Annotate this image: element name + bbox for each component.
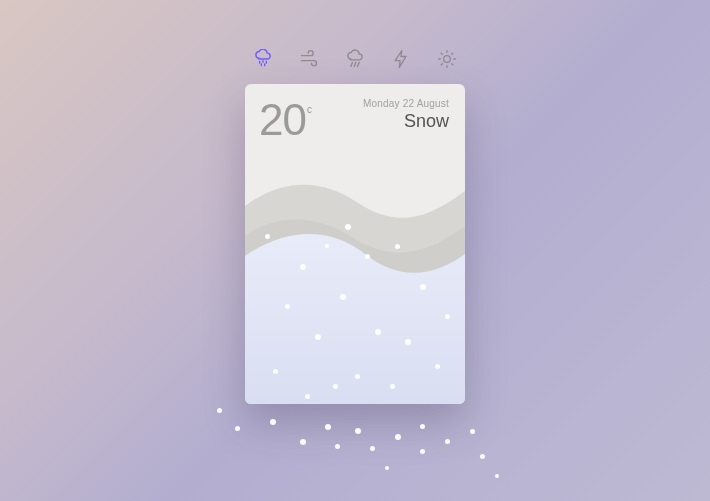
svg-line-6: [354, 62, 356, 66]
svg-marker-8: [395, 51, 406, 68]
weather-meta: Monday 22 August Snow: [363, 98, 449, 142]
sun-icon[interactable]: [436, 48, 458, 70]
date-label: Monday 22 August: [363, 98, 449, 109]
svg-line-5: [351, 62, 353, 66]
condition-label: Snow: [363, 111, 449, 132]
temperature: 20 c: [259, 98, 312, 142]
weather-widget: 20 c Monday 22 August Snow: [245, 48, 465, 404]
snowflake: [217, 408, 222, 413]
snowflake: [235, 426, 240, 431]
snowflake: [445, 439, 450, 444]
snowflake: [420, 449, 425, 454]
snow-icon[interactable]: [252, 48, 274, 70]
snowflake: [300, 439, 306, 445]
wind-icon[interactable]: [298, 48, 320, 70]
svg-line-13: [452, 64, 453, 65]
svg-line-17: [452, 53, 453, 54]
snowflake: [325, 424, 331, 430]
rain-icon[interactable]: [344, 48, 366, 70]
thunder-icon[interactable]: [390, 48, 412, 70]
snowflake: [420, 424, 425, 429]
snowflake: [495, 474, 499, 478]
svg-point-9: [444, 56, 451, 63]
snowflake: [335, 444, 340, 449]
svg-line-16: [441, 64, 442, 65]
snowflake: [385, 466, 389, 470]
svg-line-7: [358, 62, 360, 66]
snowflake: [270, 419, 276, 425]
snowflake: [395, 434, 401, 440]
weather-card: 20 c Monday 22 August Snow: [245, 84, 465, 404]
weather-type-tabs: [245, 48, 465, 70]
card-header: 20 c Monday 22 August Snow: [245, 84, 465, 142]
hills-illustration: [245, 166, 465, 404]
svg-line-12: [441, 53, 442, 54]
snowflake: [480, 454, 485, 459]
temperature-value: 20: [259, 98, 306, 142]
snowflake: [470, 429, 475, 434]
snowflake: [370, 446, 375, 451]
temperature-unit: c: [307, 104, 312, 115]
snowflake: [355, 428, 361, 434]
